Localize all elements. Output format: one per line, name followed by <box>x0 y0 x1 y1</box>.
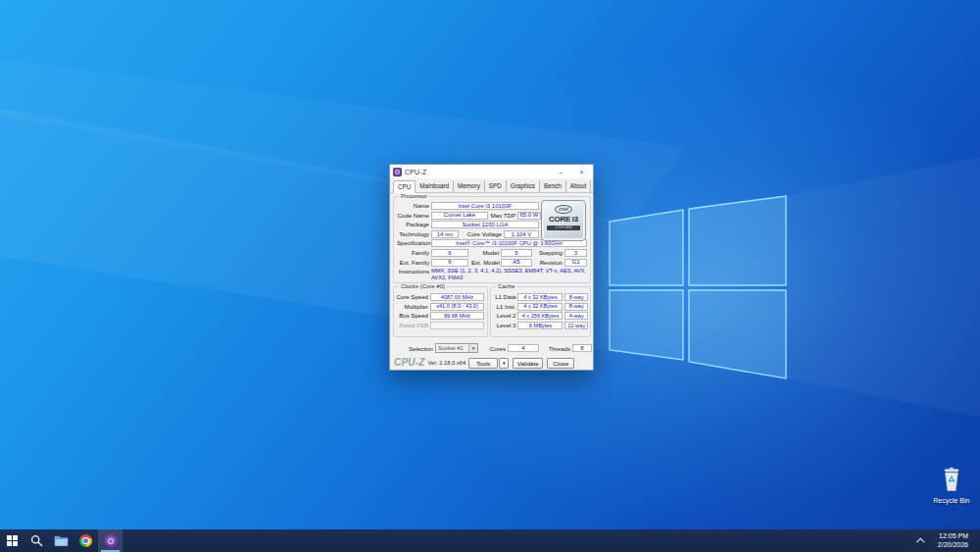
clocks-group: Clocks (Core #0) Core Speed 4087.00 MHz … <box>393 286 488 337</box>
multiplier-label: Multiplier <box>396 303 428 311</box>
chrome-icon <box>79 534 92 547</box>
intel-logo: intel <box>555 205 572 214</box>
max-tdp-field: 65.0 W <box>517 212 541 220</box>
ext-model-field: A5 <box>501 259 532 267</box>
minimize-button[interactable]: – <box>551 165 571 178</box>
threads-label: Threads <box>543 345 570 352</box>
cache-group-label: Cache <box>496 283 516 290</box>
taskbar-clock[interactable]: 12:05 PM 2/20/2026 <box>938 532 968 549</box>
ext-family-label: Ext. Family <box>397 259 429 267</box>
clock-time: 12:05 PM <box>938 532 968 541</box>
level2-label: Level 2 <box>493 312 515 320</box>
validate-button[interactable]: Validate <box>513 358 543 369</box>
tab-strip: CPU Mainboard Memory SPD Graphics Bench … <box>390 178 593 193</box>
cache-group: Cache L1 Data 4 x 32 KBytes 8-way L1 Ins… <box>490 286 591 337</box>
model-field: 5 <box>501 249 532 257</box>
ext-family-row: Ext. Family 6 Ext. Model A5 Revision G1 <box>397 259 587 267</box>
code-name-field: Comet Lake <box>431 212 488 220</box>
level3-size-field: 6 MBytes <box>517 322 563 329</box>
tab-about[interactable]: About <box>566 180 591 192</box>
selection-row: Selection Socket #1 ▾ Cores 4 Threads 8 <box>390 343 595 353</box>
tab-graphics[interactable]: Graphics <box>507 180 540 192</box>
max-tdp-label: Max TDP <box>490 212 515 220</box>
revision-label: Revision <box>535 259 563 267</box>
level2-size-field: 4 x 256 KBytes <box>517 312 563 320</box>
chevron-down-icon[interactable]: ▾ <box>468 344 477 352</box>
search-button[interactable] <box>24 529 49 552</box>
level3-row: Level 3 6 MBytes 12-way <box>493 322 588 329</box>
tab-memory[interactable]: Memory <box>454 180 485 192</box>
instructions-value: MMX, SSE (1, 2, 3, 4.1, 4.2), SSSE3, EM6… <box>431 268 587 280</box>
stepping-label: Stepping <box>535 249 563 257</box>
package-label: Package <box>397 221 429 228</box>
bus-speed-row: Bus Speed 99.68 MHz <box>396 312 485 320</box>
core-voltage-label: Core Voltage <box>461 230 502 238</box>
cpuz-logo: CPU-Z <box>394 357 425 369</box>
clock-date: 2/20/2026 <box>938 541 968 550</box>
technology-field: 14 nm <box>431 230 459 238</box>
l1-inst-row: L1 Inst. 4 x 32 KBytes 8-way <box>493 303 588 311</box>
level2-assoc-field: 4-way <box>564 312 588 320</box>
recycle-bin[interactable]: Recycle Bin <box>929 467 974 505</box>
name-label: Name <box>397 202 429 210</box>
tools-button[interactable]: Tools <box>468 358 498 369</box>
cpuz-taskbar-button[interactable] <box>98 529 122 552</box>
tools-dropdown-arrow-icon[interactable]: ▾ <box>499 358 509 369</box>
l1-inst-label: L1 Inst. <box>493 303 515 311</box>
family-row: Family 6 Model 5 Stepping 3 <box>397 249 587 257</box>
desktop: Recycle Bin CPU-Z – × CPU Mainboard Memo… <box>0 0 980 529</box>
l1-data-label: L1 Data <box>493 293 515 301</box>
tray-expand-icon[interactable] <box>916 537 924 545</box>
processor-group: Processor intel CORE i3 10TH GEN Name In… <box>393 196 591 283</box>
cpuz-icon <box>104 534 118 548</box>
family-field: 6 <box>431 249 468 257</box>
l1-data-assoc-field: 8-way <box>564 293 588 301</box>
code-name-label: Code Name <box>397 212 429 220</box>
core-speed-label: Core Speed <box>396 293 428 301</box>
ext-family-field: 6 <box>431 259 468 267</box>
file-explorer-icon <box>54 534 69 547</box>
bus-speed-field: 99.68 MHz <box>430 312 484 320</box>
threads-field: 8 <box>572 344 592 352</box>
badge-product-label: CORE i3 <box>549 215 578 225</box>
start-button[interactable] <box>0 529 24 552</box>
rated-fsb-row: Rated FSB <box>396 322 485 329</box>
level3-label: Level 3 <box>493 322 515 329</box>
recycle-bin-label: Recycle Bin <box>929 497 974 505</box>
tab-cpu[interactable]: CPU <box>393 180 416 193</box>
recycle-bin-icon <box>941 467 962 492</box>
cores-label: Cores <box>482 345 506 352</box>
cpuz-window: CPU-Z – × CPU Mainboard Memory SPD Graph… <box>389 164 594 371</box>
instructions-row: Instructions MMX, SSE (1, 2, 3, 4.1, 4.2… <box>397 268 587 280</box>
tab-spd[interactable]: SPD <box>485 180 507 192</box>
rated-fsb-field <box>430 322 484 329</box>
multiplier-row: Multiplier x41.0 (8.0 - 43.0) <box>396 303 485 311</box>
tab-bench[interactable]: Bench <box>540 180 566 192</box>
l1-inst-size-field: 4 x 32 KBytes <box>517 303 563 311</box>
chrome-button[interactable] <box>74 529 98 552</box>
version-text: Ver. 2.18.0.x64 <box>428 360 466 366</box>
window-title: CPU-Z <box>405 169 426 176</box>
tab-mainboard[interactable]: Mainboard <box>416 180 454 192</box>
file-explorer-button[interactable] <box>49 529 74 552</box>
package-field: Socket 1200 LGA <box>431 221 539 228</box>
cores-field: 4 <box>508 344 539 352</box>
core-voltage-field: 1.104 V <box>504 230 539 238</box>
window-footer: CPU-Z Ver. 2.18.0.x64 Tools ▾ Validate C… <box>390 356 595 370</box>
window-titlebar[interactable]: CPU-Z – × <box>390 165 593 178</box>
socket-selection-dropdown[interactable]: Socket #1 ▾ <box>435 343 478 353</box>
intel-core-i3-badge: intel CORE i3 10TH GEN <box>541 200 586 241</box>
search-icon <box>30 534 43 547</box>
revision-field: G1 <box>564 259 587 267</box>
system-tray: 12:05 PM 2/20/2026 <box>918 529 980 552</box>
clocks-group-label: Clocks (Core #0) <box>399 283 447 290</box>
close-dialog-button[interactable]: Close <box>547 358 574 369</box>
level3-assoc-field: 12-way <box>564 322 588 329</box>
model-label: Model <box>471 249 499 257</box>
cpuz-app-icon <box>393 168 402 176</box>
close-button[interactable]: × <box>571 165 592 178</box>
core-speed-row: Core Speed 4087.00 MHz <box>396 293 485 301</box>
name-field: Intel Core i3 10100F <box>431 202 539 210</box>
l1-data-row: L1 Data 4 x 32 KBytes 8-way <box>493 293 588 301</box>
l1-data-size-field: 4 x 32 KBytes <box>517 293 563 301</box>
